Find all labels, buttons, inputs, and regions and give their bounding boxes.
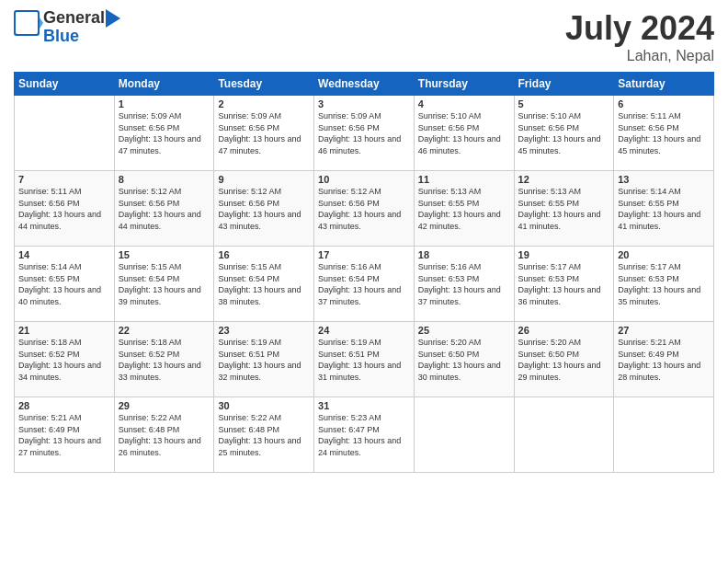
calendar-cell: 13 Sunrise: 5:14 AMSunset: 6:55 PMDaylig… (614, 171, 714, 247)
calendar-cell: 27 Sunrise: 5:21 AMSunset: 6:49 PMDaylig… (614, 322, 714, 397)
svg-rect-3 (16, 12, 38, 24)
day-number: 1 (119, 98, 210, 109)
header-thursday: Thursday (414, 73, 514, 96)
day-number: 21 (18, 325, 110, 336)
day-info: Sunrise: 5:21 AMSunset: 6:49 PMDaylight:… (18, 412, 110, 458)
day-number: 8 (119, 174, 210, 185)
calendar-cell: 12 Sunrise: 5:13 AMSunset: 6:55 PMDaylig… (514, 171, 614, 247)
calendar-cell: 21 Sunrise: 5:18 AMSunset: 6:52 PMDaylig… (15, 322, 115, 397)
calendar-cell: 2 Sunrise: 5:09 AMSunset: 6:56 PMDayligh… (214, 96, 314, 171)
header-row: Sunday Monday Tuesday Wednesday Thursday… (15, 73, 714, 96)
calendar-cell: 20 Sunrise: 5:17 AMSunset: 6:53 PMDaylig… (614, 247, 714, 322)
day-number: 20 (618, 249, 710, 260)
day-number: 2 (218, 98, 310, 109)
calendar-table: Sunday Monday Tuesday Wednesday Thursday… (14, 72, 714, 473)
header-sunday: Sunday (15, 73, 115, 96)
day-info: Sunrise: 5:15 AMSunset: 6:54 PMDaylight:… (119, 261, 210, 307)
day-number: 30 (218, 400, 310, 411)
logo-arrow-icon (106, 9, 120, 28)
calendar-cell: 6 Sunrise: 5:11 AMSunset: 6:56 PMDayligh… (614, 96, 714, 171)
header-monday: Monday (114, 73, 214, 96)
calendar-cell: 23 Sunrise: 5:19 AMSunset: 6:51 PMDaylig… (214, 322, 314, 397)
day-number: 10 (318, 174, 410, 185)
day-info: Sunrise: 5:11 AMSunset: 6:56 PMDaylight:… (618, 110, 710, 156)
calendar-cell: 17 Sunrise: 5:16 AMSunset: 6:54 PMDaylig… (314, 247, 415, 322)
logo-general: General (43, 9, 105, 28)
day-info: Sunrise: 5:13 AMSunset: 6:55 PMDaylight:… (518, 186, 610, 232)
calendar-cell (414, 397, 514, 473)
day-number: 6 (618, 98, 710, 109)
calendar-cell (614, 397, 714, 473)
calendar-cell: 9 Sunrise: 5:12 AMSunset: 6:56 PMDayligh… (214, 171, 314, 247)
calendar-cell: 18 Sunrise: 5:16 AMSunset: 6:53 PMDaylig… (414, 247, 514, 322)
day-number: 23 (218, 325, 310, 336)
day-number: 15 (119, 249, 210, 260)
day-number: 4 (418, 98, 510, 109)
calendar-cell: 31 Sunrise: 5:23 AMSunset: 6:47 PMDaylig… (314, 397, 415, 473)
logo-icon (14, 10, 43, 45)
calendar-cell: 3 Sunrise: 5:09 AMSunset: 6:56 PMDayligh… (314, 96, 415, 171)
day-info: Sunrise: 5:10 AMSunset: 6:56 PMDaylight:… (418, 110, 510, 156)
title-area: July 2024 Lahan, Nepal (565, 9, 714, 64)
day-number: 7 (18, 174, 110, 185)
day-number: 11 (418, 174, 510, 185)
day-info: Sunrise: 5:20 AMSunset: 6:50 PMDaylight:… (518, 337, 610, 383)
calendar-cell: 30 Sunrise: 5:22 AMSunset: 6:48 PMDaylig… (214, 397, 314, 473)
calendar-cell: 16 Sunrise: 5:15 AMSunset: 6:54 PMDaylig… (214, 247, 314, 322)
location: Lahan, Nepal (565, 48, 714, 64)
day-info: Sunrise: 5:17 AMSunset: 6:53 PMDaylight:… (518, 261, 610, 307)
calendar-cell: 7 Sunrise: 5:11 AMSunset: 6:56 PMDayligh… (15, 171, 115, 247)
day-info: Sunrise: 5:14 AMSunset: 6:55 PMDaylight:… (18, 261, 110, 307)
calendar-cell: 28 Sunrise: 5:21 AMSunset: 6:49 PMDaylig… (15, 397, 115, 473)
month-title: July 2024 (565, 9, 714, 48)
calendar-cell: 5 Sunrise: 5:10 AMSunset: 6:56 PMDayligh… (514, 96, 614, 171)
day-info: Sunrise: 5:19 AMSunset: 6:51 PMDaylight:… (218, 337, 310, 383)
day-info: Sunrise: 5:22 AMSunset: 6:48 PMDaylight:… (119, 412, 210, 458)
calendar-week-3: 21 Sunrise: 5:18 AMSunset: 6:52 PMDaylig… (15, 322, 714, 397)
day-info: Sunrise: 5:09 AMSunset: 6:56 PMDaylight:… (119, 110, 210, 156)
calendar-cell: 24 Sunrise: 5:19 AMSunset: 6:51 PMDaylig… (314, 322, 415, 397)
day-number: 17 (318, 249, 410, 260)
day-info: Sunrise: 5:10 AMSunset: 6:56 PMDaylight:… (518, 110, 610, 156)
day-info: Sunrise: 5:19 AMSunset: 6:51 PMDaylight:… (318, 337, 410, 383)
calendar-body: 1 Sunrise: 5:09 AMSunset: 6:56 PMDayligh… (15, 96, 714, 473)
calendar-cell: 8 Sunrise: 5:12 AMSunset: 6:56 PMDayligh… (114, 171, 214, 247)
calendar-cell: 25 Sunrise: 5:20 AMSunset: 6:50 PMDaylig… (414, 322, 514, 397)
calendar-cell: 26 Sunrise: 5:20 AMSunset: 6:50 PMDaylig… (514, 322, 614, 397)
day-number: 22 (119, 325, 210, 336)
calendar-cell: 15 Sunrise: 5:15 AMSunset: 6:54 PMDaylig… (114, 247, 214, 322)
day-info: Sunrise: 5:22 AMSunset: 6:48 PMDaylight:… (218, 412, 310, 458)
day-info: Sunrise: 5:15 AMSunset: 6:54 PMDaylight:… (218, 261, 310, 307)
page-header: General Blue July 2024 Lahan, Nepal (14, 9, 714, 64)
day-info: Sunrise: 5:09 AMSunset: 6:56 PMDaylight:… (318, 110, 410, 156)
logo-blue: Blue (43, 28, 120, 46)
day-number: 24 (318, 325, 410, 336)
day-info: Sunrise: 5:18 AMSunset: 6:52 PMDaylight:… (119, 337, 210, 383)
day-info: Sunrise: 5:14 AMSunset: 6:55 PMDaylight:… (618, 186, 710, 232)
calendar-cell: 10 Sunrise: 5:12 AMSunset: 6:56 PMDaylig… (314, 171, 415, 247)
day-number: 13 (618, 174, 710, 185)
day-info: Sunrise: 5:20 AMSunset: 6:50 PMDaylight:… (418, 337, 510, 383)
calendar-cell: 4 Sunrise: 5:10 AMSunset: 6:56 PMDayligh… (414, 96, 514, 171)
header-saturday: Saturday (614, 73, 714, 96)
calendar-cell: 22 Sunrise: 5:18 AMSunset: 6:52 PMDaylig… (114, 322, 214, 397)
calendar-week-0: 1 Sunrise: 5:09 AMSunset: 6:56 PMDayligh… (15, 96, 714, 171)
day-info: Sunrise: 5:12 AMSunset: 6:56 PMDaylight:… (218, 186, 310, 232)
calendar-cell: 29 Sunrise: 5:22 AMSunset: 6:48 PMDaylig… (114, 397, 214, 473)
day-number: 26 (518, 325, 610, 336)
day-number: 5 (518, 98, 610, 109)
day-number: 14 (18, 249, 110, 260)
day-info: Sunrise: 5:17 AMSunset: 6:53 PMDaylight:… (618, 261, 710, 307)
day-number: 27 (618, 325, 710, 336)
calendar-cell: 19 Sunrise: 5:17 AMSunset: 6:53 PMDaylig… (514, 247, 614, 322)
day-number: 16 (218, 249, 310, 260)
calendar-cell: 14 Sunrise: 5:14 AMSunset: 6:55 PMDaylig… (15, 247, 115, 322)
day-info: Sunrise: 5:12 AMSunset: 6:56 PMDaylight:… (318, 186, 410, 232)
calendar-week-2: 14 Sunrise: 5:14 AMSunset: 6:55 PMDaylig… (15, 247, 714, 322)
day-info: Sunrise: 5:11 AMSunset: 6:56 PMDaylight:… (18, 186, 110, 232)
day-info: Sunrise: 5:23 AMSunset: 6:47 PMDaylight:… (318, 412, 410, 458)
logo: General Blue (14, 9, 120, 46)
header-tuesday: Tuesday (214, 73, 314, 96)
svg-marker-4 (106, 9, 120, 28)
day-number: 18 (418, 249, 510, 260)
